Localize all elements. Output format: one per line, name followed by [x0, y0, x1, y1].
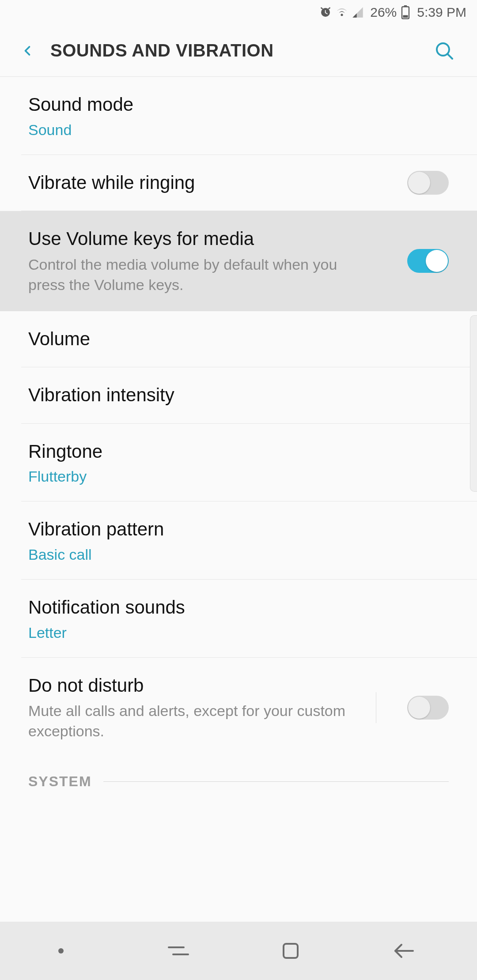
setting-desc: Control the media volume by default when… [28, 255, 351, 295]
setting-title: Sound mode [28, 93, 449, 117]
chevron-left-icon [19, 43, 35, 59]
setting-title: Ringtone [28, 440, 449, 464]
battery-percent: 26% [370, 5, 397, 20]
nav-recents-button[interactable] [163, 935, 194, 966]
nav-indicator-dot [58, 948, 64, 954]
page-title: SOUNDS AND VIBRATION [50, 41, 425, 60]
setting-title: Vibration intensity [28, 383, 449, 407]
toggle-do-not-disturb[interactable] [407, 696, 449, 720]
setting-title: Use Volume keys for media [28, 227, 394, 251]
setting-sound-mode[interactable]: Sound mode Sound [0, 77, 477, 155]
clock-text: 5:39 PM [417, 5, 466, 20]
setting-notification-sounds[interactable]: Notification sounds Letter [0, 580, 477, 657]
setting-title: Vibrate while ringing [28, 171, 394, 195]
setting-volume-keys-media[interactable]: Use Volume keys for media Control the me… [0, 211, 477, 311]
setting-value: Sound [28, 121, 449, 139]
setting-title: Volume [28, 327, 449, 351]
toggle-vibrate-ringing[interactable] [407, 171, 449, 195]
nav-back-button[interactable] [388, 935, 419, 966]
setting-ringtone[interactable]: Ringtone Flutterby [0, 424, 477, 501]
back-icon [392, 941, 415, 961]
navigation-bar [0, 922, 477, 980]
setting-title: Do not disturb [28, 674, 363, 698]
setting-volume[interactable]: Volume [0, 311, 477, 367]
toggle-volume-keys-media[interactable] [407, 249, 449, 273]
nav-home-button[interactable] [275, 935, 306, 966]
setting-vibrate-while-ringing[interactable]: Vibrate while ringing [0, 155, 477, 211]
svg-rect-1 [404, 5, 407, 7]
battery-icon [401, 5, 410, 19]
back-button[interactable] [8, 31, 47, 70]
recents-icon [167, 942, 190, 960]
setting-do-not-disturb[interactable]: Do not disturb Mute all calls and alerts… [0, 658, 477, 758]
home-icon [280, 940, 301, 961]
setting-vibration-pattern[interactable]: Vibration pattern Basic call [0, 501, 477, 579]
svg-rect-2 [403, 15, 408, 18]
status-bar: 26% 5:39 PM [0, 0, 477, 25]
setting-title: Notification sounds [28, 596, 449, 620]
setting-vibration-intensity[interactable]: Vibration intensity [0, 367, 477, 423]
svg-line-4 [448, 54, 452, 58]
setting-value: Letter [28, 624, 449, 641]
search-button[interactable] [425, 31, 464, 70]
cell-signal-icon [352, 6, 364, 19]
settings-list: Sound mode Sound Vibrate while ringing U… [0, 77, 477, 922]
svg-rect-7 [284, 944, 298, 958]
setting-desc: Mute all calls and alerts, except for yo… [28, 701, 351, 742]
setting-title: Vibration pattern [28, 517, 449, 542]
section-header-system: SYSTEM [0, 758, 477, 790]
search-icon [434, 40, 455, 61]
wifi-icon [335, 6, 349, 19]
divider-vertical [376, 692, 376, 723]
alarm-icon [319, 6, 332, 19]
setting-value: Flutterby [28, 468, 449, 485]
scroll-handle[interactable] [470, 315, 477, 492]
setting-value: Basic call [28, 546, 449, 563]
section-rule [103, 781, 449, 782]
section-label: SYSTEM [28, 773, 92, 790]
app-header: SOUNDS AND VIBRATION [0, 25, 477, 77]
